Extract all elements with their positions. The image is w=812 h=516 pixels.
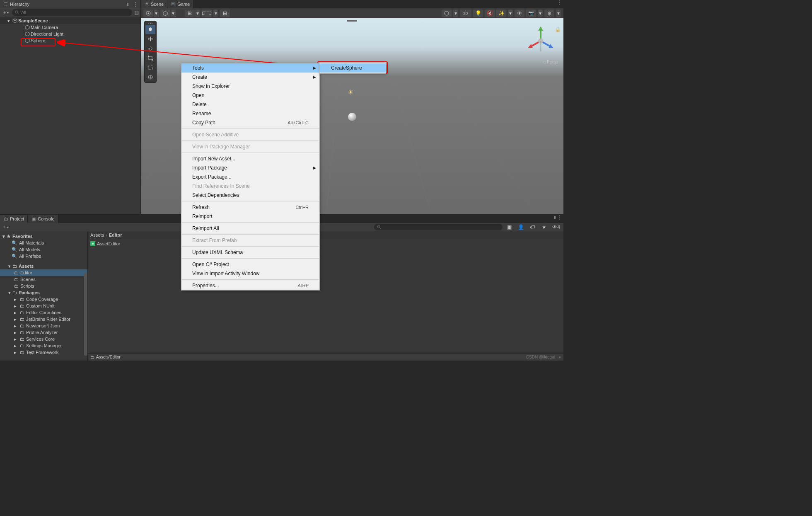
transform-tool[interactable]: [145, 73, 155, 82]
palette-drag-handle[interactable]: ⋯: [145, 22, 155, 24]
hierarchy-item-camera[interactable]: Main Camera: [0, 24, 140, 31]
packages-folder[interactable]: ▾🗀Packages: [0, 289, 87, 296]
folder-scripts[interactable]: 🗀Scripts: [0, 283, 87, 289]
project-tab[interactable]: 🗀 Project: [0, 215, 28, 223]
local-button[interactable]: [160, 10, 170, 17]
favorite-item[interactable]: 🔍All Materials: [0, 240, 87, 246]
menu-item[interactable]: Rename: [181, 109, 319, 118]
foldout-icon[interactable]: ▸: [14, 323, 18, 329]
pivot-button[interactable]: [143, 10, 153, 17]
package-item[interactable]: ▸🗀Editor Coroutines: [0, 309, 87, 316]
dropdown-icon[interactable]: ▾: [508, 10, 513, 17]
snap-button[interactable]: ⫍⫎: [202, 10, 212, 17]
hidden-packages-button[interactable]: 👁4: [551, 223, 562, 231]
asset-item[interactable]: # AssetEditor: [90, 240, 561, 247]
foldout-icon[interactable]: ▸: [14, 330, 18, 335]
menu-item[interactable]: Import Package▶: [181, 163, 319, 172]
menu-item[interactable]: Reimport All: [181, 224, 319, 233]
hierarchy-item-sphere[interactable]: Sphere: [0, 37, 140, 44]
save-search-button[interactable]: 🏷: [527, 223, 537, 231]
hand-tool[interactable]: [145, 25, 155, 34]
search-by-label-button[interactable]: 👤: [516, 223, 526, 231]
foldout-icon[interactable]: ▸: [14, 337, 18, 342]
foldout-icon[interactable]: ▾: [7, 18, 12, 24]
hidden-toggle[interactable]: 👁: [515, 10, 524, 17]
kebab-icon[interactable]: ⋮: [133, 2, 138, 7]
dropdown-icon[interactable]: ▾: [154, 10, 159, 17]
camera-button[interactable]: 📷: [526, 10, 536, 17]
menu-item[interactable]: Create▶: [181, 73, 319, 82]
dropdown-icon[interactable]: ▾: [213, 10, 218, 17]
foldout-icon[interactable]: ▸: [14, 343, 18, 349]
project-search[interactable]: [374, 224, 503, 230]
light-gizmo[interactable]: ☀: [346, 88, 355, 96]
breadcrumb-item[interactable]: Editor: [109, 233, 122, 237]
create-asset-button[interactable]: + ▾: [2, 224, 10, 230]
sphere-object[interactable]: [348, 113, 356, 121]
foldout-icon[interactable]: ▸: [14, 310, 18, 315]
foldout-icon[interactable]: ▸: [14, 350, 18, 355]
overlay-handle[interactable]: [347, 20, 357, 21]
create-button[interactable]: + ▾: [2, 10, 10, 15]
hierarchy-tab[interactable]: ☰ Hierarchy: [0, 0, 33, 8]
package-item[interactable]: ▸🗀Custom NUnit: [0, 303, 87, 309]
lighting-toggle[interactable]: 💡: [473, 10, 483, 17]
menu-item[interactable]: View in Import Activity Window: [181, 269, 319, 278]
package-item[interactable]: ▸🗀Test Framework: [0, 349, 87, 356]
folder-scenes[interactable]: 🗀Scenes: [0, 276, 87, 283]
hierarchy-item-light[interactable]: Directional Light: [0, 31, 140, 37]
menu-item[interactable]: Show in Explorer: [181, 82, 319, 91]
foldout-icon[interactable]: ▾: [2, 234, 5, 239]
dropdown-icon[interactable]: ▾: [195, 10, 200, 17]
submenu-item-createsphere[interactable]: CreateSphere: [319, 63, 386, 73]
kebab-icon[interactable]: ⋮: [558, 215, 563, 220]
package-item[interactable]: ▸🗀Code Coverage: [0, 296, 87, 303]
menu-item[interactable]: Open: [181, 91, 319, 100]
scene-tab[interactable]: # Scene: [141, 0, 167, 8]
move-tool[interactable]: [145, 34, 155, 44]
gizmos-button[interactable]: ⊕: [544, 10, 554, 17]
assets-folder[interactable]: ▾🗀Assets: [0, 263, 87, 269]
context-menu[interactable]: Tools▶Create▶Show in ExplorerOpenDeleteR…: [181, 63, 320, 291]
audio-toggle[interactable]: 🔇: [485, 10, 495, 17]
rotate-tool[interactable]: [145, 44, 155, 53]
dropdown-icon[interactable]: ▾: [453, 10, 458, 17]
menu-item[interactable]: Reimport: [181, 212, 319, 221]
orientation-gizmo[interactable]: x z: [522, 22, 559, 60]
menu-item[interactable]: Export Package...: [181, 172, 319, 182]
scene-root[interactable]: ▾ SampleScene: [0, 17, 140, 24]
rect-tool[interactable]: [145, 63, 155, 72]
project-search-input[interactable]: [383, 225, 500, 230]
menu-item[interactable]: Update UXML Schema: [181, 248, 319, 257]
scrollbar-thumb[interactable]: [84, 273, 87, 356]
menu-item[interactable]: Select Dependencies: [181, 191, 319, 200]
increment-snap-button[interactable]: ⊟: [220, 10, 230, 17]
menu-item[interactable]: RefreshCtrl+R: [181, 203, 319, 212]
foldout-icon[interactable]: ▸: [14, 297, 18, 302]
fx-toggle[interactable]: ✨: [496, 10, 506, 17]
kebab-icon[interactable]: ⋮: [558, 0, 563, 5]
dropdown-icon[interactable]: ▾: [538, 10, 543, 17]
search-input[interactable]: [21, 10, 130, 15]
favorite-button[interactable]: ★: [539, 223, 549, 231]
search-by-type-button[interactable]: ▣: [504, 223, 514, 231]
console-tab[interactable]: ▣ Console: [28, 215, 58, 223]
breadcrumb-item[interactable]: Assets: [90, 233, 104, 237]
menu-item[interactable]: Tools▶: [181, 63, 319, 73]
menu-item[interactable]: View in Package Manager: [181, 142, 319, 151]
package-item[interactable]: ▸🗀Services Core: [0, 336, 87, 342]
favorites-header[interactable]: ▾ ★ Favorites: [0, 233, 87, 240]
package-item[interactable]: ▸🗀Profile Analyzer: [0, 329, 87, 336]
package-item[interactable]: ▸🗀Newtonsoft Json: [0, 322, 87, 329]
draw-mode-button[interactable]: [442, 10, 452, 17]
menu-item[interactable]: Delete: [181, 100, 319, 109]
package-item[interactable]: ▸🗀JetBrains Rider Editor: [0, 316, 87, 322]
package-item[interactable]: ▸🗀Settings Manager: [0, 342, 87, 349]
menu-item[interactable]: Open Scene Additive: [181, 130, 319, 139]
perspective-label[interactable]: ◁ Persp: [542, 60, 558, 64]
foldout-icon[interactable]: ▸: [14, 317, 18, 322]
detach-icon[interactable]: ⫾: [126, 2, 130, 7]
menu-item[interactable]: Import New Asset...: [181, 154, 319, 163]
folder-editor[interactable]: 🗀Editor: [0, 269, 87, 276]
favorite-item[interactable]: 🔍All Prefabs: [0, 253, 87, 259]
